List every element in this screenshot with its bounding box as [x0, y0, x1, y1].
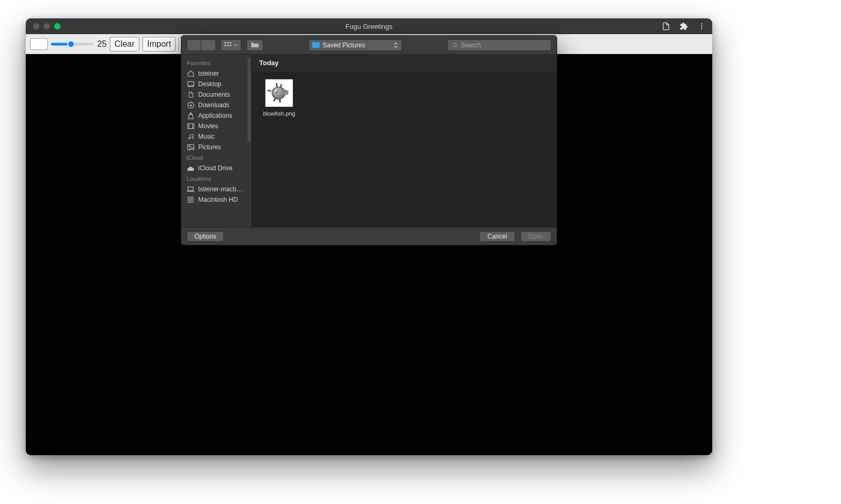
file-name-label: blowfish.png	[259, 110, 299, 117]
sidebar-item-favorites-3[interactable]: Downloads	[181, 100, 251, 110]
blowfish-image	[270, 84, 289, 102]
svg-point-1	[701, 26, 702, 27]
search-input[interactable]	[461, 42, 547, 49]
sidebar-item-label: Movies	[198, 122, 218, 130]
location-label: Saved Pictures	[323, 42, 365, 49]
sidebar-item-icloud-0[interactable]: iCloud Drive	[181, 163, 251, 173]
file-item-0[interactable]: blowfish.png	[259, 79, 299, 117]
nav-back-button[interactable]	[187, 39, 201, 51]
apps-icon	[187, 112, 194, 119]
svg-rect-21	[188, 187, 193, 191]
sidebar-scrollbar[interactable]	[248, 58, 251, 142]
sidebar-item-label: Applications	[198, 112, 232, 119]
close-traffic-light[interactable]	[33, 23, 39, 29]
sidebar-heading-icloud: iCloud	[181, 152, 251, 163]
music-icon	[187, 133, 194, 140]
window-title: Fugu Greetings	[26, 23, 712, 30]
picture-icon	[187, 143, 194, 151]
sidebar-item-favorites-0[interactable]: tsteiner	[181, 68, 251, 79]
sidebar-item-label: iCloud Drive	[198, 164, 232, 172]
updown-icon	[393, 42, 398, 49]
file-dialog-body: Favorites tsteinerDesktopDocumentsDownlo…	[181, 55, 557, 227]
sidebar-item-favorites-6[interactable]: Music	[181, 131, 251, 142]
zoom-traffic-light[interactable]	[54, 23, 60, 29]
sidebar-item-label: Desktop	[198, 80, 221, 88]
extension-icon[interactable]	[680, 22, 688, 30]
sidebar-item-favorites-5[interactable]: Movies	[181, 121, 251, 131]
svg-rect-6	[224, 45, 226, 46]
nav-forward-button[interactable]	[201, 39, 216, 51]
color-swatch[interactable]	[30, 38, 48, 50]
svg-point-2	[701, 28, 702, 29]
file-open-dialog: Saved Pictures Favorites tsteinerDesktop…	[181, 35, 557, 245]
section-heading-today: Today	[252, 55, 557, 71]
titlebar: Fugu Greetings	[26, 18, 712, 34]
home-icon	[187, 70, 194, 77]
nav-back-forward	[187, 39, 216, 51]
disk-icon	[187, 196, 194, 203]
document-icon	[187, 91, 194, 98]
search-field[interactable]	[447, 39, 551, 51]
svg-rect-19	[188, 145, 194, 149]
titlebar-right	[662, 22, 706, 30]
sidebar-item-locations-1[interactable]: Macintosh HD	[181, 194, 251, 205]
folder-icon	[312, 42, 320, 48]
sidebar-heading-locations: Locations	[181, 173, 251, 184]
traffic-lights	[33, 23, 60, 29]
svg-rect-14	[188, 124, 194, 128]
svg-point-9	[453, 43, 456, 46]
sidebar-item-favorites-1[interactable]: Desktop	[181, 79, 251, 89]
file-grid: blowfish.png	[252, 71, 557, 124]
svg-line-10	[456, 46, 457, 47]
download-icon	[187, 101, 194, 109]
clear-button[interactable]: Clear	[110, 37, 139, 52]
sidebar-item-favorites-4[interactable]: Applications	[181, 110, 251, 121]
file-dialog-footer: Options Cancel Open	[181, 227, 557, 245]
svg-point-24	[189, 199, 191, 201]
cancel-button[interactable]: Cancel	[479, 231, 515, 242]
svg-rect-23	[188, 197, 193, 202]
svg-rect-11	[188, 81, 194, 86]
sidebar-item-label: Pictures	[198, 143, 221, 151]
file-dialog-sidebar[interactable]: Favorites tsteinerDesktopDocumentsDownlo…	[181, 55, 252, 227]
svg-rect-5	[230, 42, 231, 44]
laptop-icon	[187, 186, 194, 193]
options-button[interactable]: Options	[187, 231, 224, 242]
svg-point-17	[188, 138, 190, 139]
sidebar-heading-favorites: Favorites	[181, 58, 251, 68]
svg-point-0	[701, 23, 702, 24]
svg-point-20	[189, 146, 190, 147]
brush-size-value: 25	[97, 39, 107, 49]
sidebar-item-label: Documents	[198, 91, 230, 98]
brush-size-slider[interactable]	[51, 39, 93, 49]
open-button[interactable]: Open	[520, 231, 551, 242]
document-icon[interactable]	[662, 22, 670, 30]
group-menu-button[interactable]	[247, 39, 263, 51]
view-mode-group	[221, 39, 241, 51]
desktop-icon	[187, 80, 194, 88]
sidebar-item-label: tsteiner	[198, 70, 219, 77]
minimize-traffic-light[interactable]	[44, 23, 50, 29]
search-icon	[452, 42, 458, 48]
sidebar-item-label: Downloads	[198, 101, 229, 109]
svg-point-18	[191, 137, 193, 139]
sidebar-item-favorites-2[interactable]: Documents	[181, 89, 251, 100]
view-icon-mode-button[interactable]	[221, 39, 241, 51]
svg-rect-8	[230, 45, 231, 46]
cloud-icon	[187, 164, 194, 172]
sidebar-item-label: Macintosh HD	[198, 196, 238, 203]
svg-rect-3	[224, 42, 226, 44]
file-list-area[interactable]: Today blowfish.png	[252, 55, 557, 227]
sidebar-item-locations-0[interactable]: tsteiner-macb…	[181, 184, 251, 194]
movie-icon	[187, 122, 194, 130]
file-thumbnail	[265, 79, 293, 107]
sidebar-item-label: tsteiner-macb…	[198, 186, 243, 193]
svg-rect-7	[227, 45, 229, 46]
location-selector[interactable]: Saved Pictures	[309, 39, 402, 51]
svg-rect-4	[227, 42, 229, 44]
file-dialog-toolbar: Saved Pictures	[181, 36, 557, 55]
sidebar-item-label: Music	[198, 133, 214, 140]
import-button[interactable]: Import	[142, 37, 176, 52]
sidebar-item-favorites-7[interactable]: Pictures	[181, 142, 251, 152]
more-icon[interactable]	[698, 22, 706, 30]
